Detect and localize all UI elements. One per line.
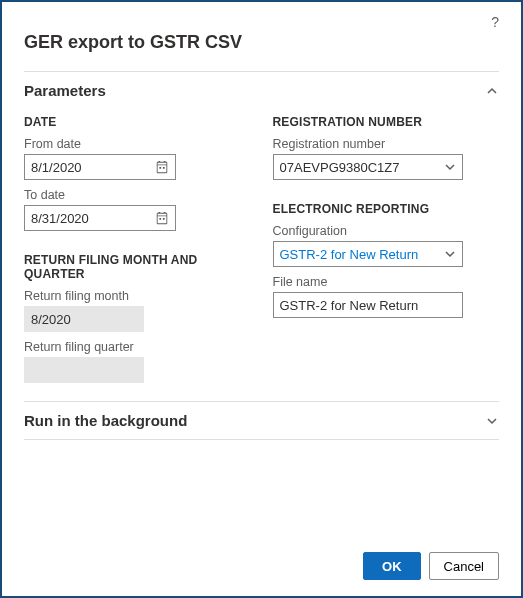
registration-number-select[interactable]: 07AEVPG9380C1Z7: [273, 154, 463, 180]
return-quarter-label: Return filing quarter: [24, 340, 251, 354]
calendar-icon[interactable]: [155, 160, 169, 174]
chevron-down-icon: [485, 414, 499, 428]
right-column: REGISTRATION NUMBER Registration number …: [273, 109, 500, 383]
section-parameters-label: Parameters: [24, 82, 106, 99]
cancel-button[interactable]: Cancel: [429, 552, 499, 580]
chevron-up-icon: [485, 84, 499, 98]
return-month-label: Return filing month: [24, 289, 251, 303]
to-date-label: To date: [24, 188, 251, 202]
chevron-down-icon: [444, 161, 456, 173]
help-icon[interactable]: ?: [491, 14, 499, 32]
to-date-input[interactable]: 8/31/2020: [24, 205, 176, 231]
to-date-value: 8/31/2020: [31, 211, 89, 226]
title-bar: ?: [24, 14, 499, 32]
from-date-input[interactable]: 8/1/2020: [24, 154, 176, 180]
registration-number-value: 07AEVPG9380C1Z7: [280, 160, 400, 175]
parameters-body: DATE From date 8/1/2020 To date 8/31/202…: [24, 109, 499, 383]
dialog-footer: OK Cancel: [24, 540, 499, 596]
configuration-value: GSTR-2 for New Return: [280, 247, 419, 262]
return-month-value: 8/2020: [31, 312, 71, 327]
from-date-value: 8/1/2020: [31, 160, 82, 175]
file-name-value: GSTR-2 for New Return: [280, 298, 419, 313]
file-name-input[interactable]: GSTR-2 for New Return: [273, 292, 463, 318]
calendar-icon[interactable]: [155, 211, 169, 225]
group-date: DATE: [24, 115, 251, 129]
file-name-label: File name: [273, 275, 500, 289]
section-run-bg-header[interactable]: Run in the background: [24, 401, 499, 440]
section-parameters-header[interactable]: Parameters: [24, 71, 499, 109]
dialog-ger-export: ? GER export to GSTR CSV Parameters DATE…: [2, 2, 521, 596]
configuration-label: Configuration: [273, 224, 500, 238]
ok-button[interactable]: OK: [363, 552, 421, 580]
return-month-input: 8/2020: [24, 306, 144, 332]
group-electronic-reporting: ELECTRONIC REPORTING: [273, 202, 500, 216]
group-registration: REGISTRATION NUMBER: [273, 115, 500, 129]
chevron-down-icon: [444, 248, 456, 260]
left-column: DATE From date 8/1/2020 To date 8/31/202…: [24, 109, 251, 383]
group-return-filing: RETURN FILING MONTH AND QUARTER: [24, 253, 251, 281]
registration-number-label: Registration number: [273, 137, 500, 151]
configuration-select[interactable]: GSTR-2 for New Return: [273, 241, 463, 267]
return-quarter-input: [24, 357, 144, 383]
section-run-bg-label: Run in the background: [24, 412, 187, 429]
from-date-label: From date: [24, 137, 251, 151]
dialog-title: GER export to GSTR CSV: [24, 32, 499, 53]
